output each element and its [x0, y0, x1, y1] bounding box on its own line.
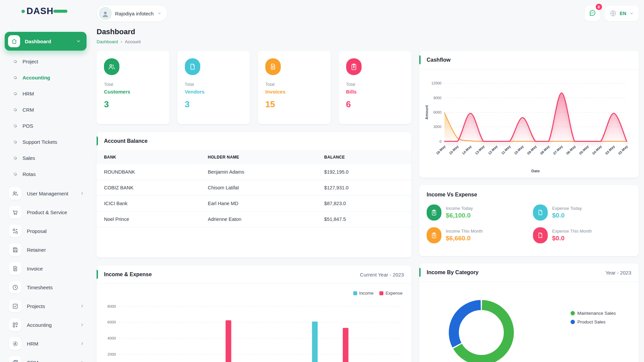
table-cell: COBIZ BANK	[97, 180, 201, 196]
sidebar-subitem-support-tickets[interactable]: Support Tickets	[5, 134, 87, 150]
card-title: Income & Expense	[104, 272, 152, 278]
language-selector[interactable]: EN	[605, 6, 639, 21]
svg-text:9000: 9000	[433, 96, 441, 100]
sidebar-item-crm[interactable]: CRM	[5, 353, 87, 362]
sidebar-subitem-crm[interactable]: CRM	[5, 102, 87, 118]
page-title: Dashboard	[97, 27, 639, 36]
file-invoice-icon	[9, 262, 21, 275]
account-balance-card: Account Balance BANKHOLDER NAMEBALANCE R…	[97, 132, 411, 257]
globe-icon	[609, 10, 617, 17]
card-title: Income Vs Expense	[427, 192, 631, 198]
income-vs-expense-card: Income Vs Expense Income Today$6,100.0Ex…	[419, 185, 639, 256]
sidebar-subitem-hrm[interactable]: HRM	[5, 85, 87, 102]
sidebar-item-label: Accounting	[27, 322, 52, 328]
table-cell: ROUNDBANK	[97, 164, 201, 180]
income-vs-expense-tiles: Income Today$6,100.0Expense Today$0.0Inc…	[427, 204, 631, 243]
chevron-right-icon	[80, 191, 85, 196]
sidebar-item-label: Support Tickets	[22, 139, 57, 145]
metric-value: $0.0	[552, 235, 592, 242]
legend-item-maintenance-sales[interactable]: Maintenance Sales	[571, 311, 616, 316]
table-cell: $192,195.0	[317, 164, 411, 180]
table-cell: Adrienne Eaton	[201, 212, 317, 227]
legend-item-expense[interactable]: Expense	[379, 291, 402, 296]
income-by-category-header: Income By Category Year - 2023	[419, 263, 639, 282]
sidebar-item-accounting[interactable]: Accounting	[5, 315, 87, 334]
table-cell: Earl Hane MD	[201, 196, 317, 212]
sidebar-item-label: Sales	[22, 155, 35, 161]
account-balance-table: BANKHOLDER NAMEBALANCE ROUNDBANKBenjamin…	[97, 150, 411, 227]
sidebar-subitem-rotas[interactable]: Rotas	[5, 166, 87, 182]
sidebar-item-label: CRM	[27, 360, 38, 362]
sidebar-subitem-accounting[interactable]: Accounting	[5, 69, 87, 85]
svg-text:0: 0	[439, 139, 441, 143]
sidebar-item-proposal[interactable]: Proposal	[5, 222, 87, 240]
sidebar-item-label: Product & Service	[27, 209, 67, 215]
sidebar-item-product-service[interactable]: Product & Service	[5, 203, 87, 222]
stat-card-vendors[interactable]: TotalVendors3	[177, 51, 250, 124]
card-title: Income By Category	[427, 269, 479, 276]
card-title: Account Balance	[104, 138, 148, 144]
bullet-icon	[13, 59, 17, 64]
company-switcher[interactable]: Rajodiya infotech	[97, 5, 167, 22]
chevron-down-icon	[76, 39, 81, 44]
legend-label: Income	[359, 291, 374, 296]
legend-item-income[interactable]: Income	[353, 291, 374, 296]
card-title: Cashflow	[427, 57, 450, 63]
home-icon	[8, 35, 20, 47]
cashflow-card: Cashflow 030006000900012000Amount16-May1…	[419, 51, 639, 178]
sidebar-item-projects[interactable]: Projects	[5, 297, 87, 315]
svg-text:12000: 12000	[431, 81, 441, 85]
sidebar-item-user-management[interactable]: User Management	[5, 184, 87, 203]
sidebar-item-label: Rotas	[22, 171, 36, 177]
bar-chart-legend: IncomeExpense	[97, 284, 411, 296]
stat-card-bills[interactable]: TotalBills6	[339, 51, 412, 124]
svg-text:09-May: 09-May	[526, 144, 537, 156]
income-by-category-chart: Maintenance SalesProduct Sales	[419, 282, 639, 362]
income-expense-card: Income & Expense Current Year - 2023 Inc…	[97, 265, 411, 362]
svg-text:2000: 2000	[107, 352, 116, 356]
legend-label: Maintenance Sales	[577, 311, 616, 316]
svg-text:Amount: Amount	[425, 105, 429, 119]
metric-value: $6,660.0	[446, 235, 483, 242]
file-invoice-icon	[265, 58, 281, 75]
bullet-icon	[13, 156, 17, 160]
sidebar-subitem-sales[interactable]: Sales	[5, 150, 87, 166]
svg-text:10-May: 10-May	[514, 144, 525, 156]
sidebar-item-dashboard[interactable]: Dashboard	[5, 32, 87, 51]
sidebar-subitem-pos[interactable]: POS	[5, 118, 87, 134]
messages-badge: 0	[596, 4, 602, 10]
stat-label: Bills	[346, 89, 404, 95]
income-by-category-card: Income By Category Year - 2023 Maintenan…	[419, 263, 639, 362]
stat-prefix: Total	[185, 82, 243, 87]
svg-text:08-May: 08-May	[539, 144, 550, 156]
bullet-icon	[13, 75, 17, 80]
breadcrumb-dashboard-link[interactable]: Dashboard	[97, 39, 118, 44]
table-cell: Chisom Latifat	[201, 180, 317, 196]
stat-card-customers[interactable]: TotalCustomers3	[97, 51, 169, 124]
users-icon	[9, 187, 21, 200]
sidebar: DASH Dashboard ProjectAccountingHRMCRMPO…	[0, 0, 91, 362]
breadcrumb: Dashboard › Account	[97, 39, 639, 44]
bullet-icon	[13, 124, 17, 128]
legend-item-product-sales[interactable]: Product Sales	[571, 319, 616, 324]
messages-button[interactable]: 0	[585, 6, 600, 21]
sidebar-item-hrm[interactable]: HRM	[5, 334, 87, 353]
svg-text:8000: 8000	[107, 304, 116, 308]
sidebar-item-retainer[interactable]: Retainer	[5, 240, 87, 259]
stat-card-invoices[interactable]: TotalInvoices15	[258, 51, 331, 124]
svg-text:6000: 6000	[433, 110, 441, 114]
sidebar-item-timesheets[interactable]: Timesheets	[5, 278, 87, 297]
sidebar-subitem-project[interactable]: Project	[5, 53, 87, 69]
sidebar-item-invoice[interactable]: Invoice	[5, 259, 87, 278]
svg-text:07-May: 07-May	[552, 144, 564, 156]
table-cell: $127,931.0	[317, 180, 411, 196]
logo[interactable]: DASH	[21, 6, 87, 16]
chevron-right-icon	[80, 304, 85, 308]
table-row: Noel PrinceAdrienne Eaton$51,847.5	[97, 212, 411, 227]
svg-text:16-May: 16-May	[435, 144, 446, 156]
sidebar-sub-nav: ProjectAccountingHRMCRMPOSSupport Ticket…	[5, 53, 87, 182]
chevron-right-icon	[80, 360, 85, 362]
app-root: DASH Dashboard ProjectAccountingHRMCRMPO…	[0, 0, 644, 362]
sidebar-item-label: Timesheets	[27, 285, 53, 290]
clipboard-dollar-icon	[346, 58, 362, 75]
